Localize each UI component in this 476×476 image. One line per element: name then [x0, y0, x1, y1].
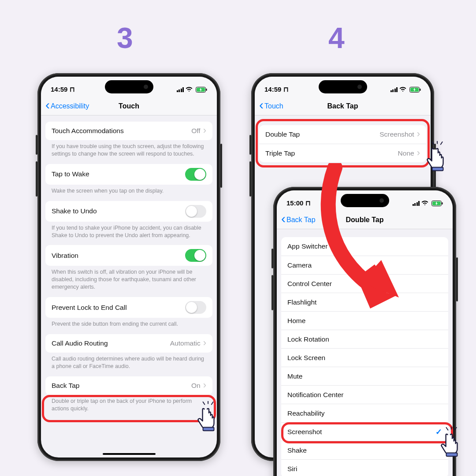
row-label: Vibration [52, 252, 78, 260]
status-time: 14:59 [51, 86, 67, 93]
row-label: Tap to Wake [52, 170, 89, 178]
option-label: Screenshot [287, 428, 322, 436]
row-value: None [398, 149, 420, 157]
svg-rect-2 [206, 89, 207, 91]
row-label: Triple Tap [265, 149, 295, 157]
wifi-icon [186, 86, 193, 93]
option-label: Lock Rotation [287, 335, 329, 343]
option-mute[interactable]: Mute [281, 367, 448, 385]
tap-hand-icon [193, 401, 225, 433]
switch-prevent-lock[interactable] [185, 301, 206, 314]
dynamic-island [319, 80, 367, 93]
signal-icon [390, 87, 398, 92]
page-title: Touch [119, 102, 139, 110]
tap-hand-icon [422, 141, 454, 173]
tap-hand-icon [436, 427, 468, 458]
footer-text: When this switch is off, all vibration o… [45, 266, 212, 291]
footer-text: Call audio routing determines where audi… [45, 353, 212, 370]
wifi-icon [421, 200, 428, 207]
row-touch-accommodations[interactable]: Touch Accommodations Off [45, 122, 212, 140]
row-value: Automatic [170, 339, 206, 347]
option-label: Notification Center [287, 391, 344, 399]
home-indicator[interactable] [103, 453, 156, 455]
status-time: 15:00 [286, 199, 303, 207]
row-shake-to-undo[interactable]: Shake to Undo [45, 201, 212, 222]
option-home[interactable]: Home [281, 311, 448, 330]
arrow-icon [309, 163, 410, 310]
footer-text: Wake the screen when you tap on the disp… [45, 185, 212, 195]
row-label: Call Audio Routing [52, 339, 108, 347]
option-reachability[interactable]: Reachability [281, 404, 448, 422]
option-screenshot[interactable]: Screenshot✓ [281, 422, 448, 441]
battery-icon [409, 87, 421, 93]
switch-shake-to-undo[interactable] [185, 205, 206, 218]
option-label: Mute [287, 372, 302, 380]
nav-bar: Touch Back Tap [255, 97, 431, 115]
step-number-3: 3 [117, 21, 133, 55]
row-double-tap[interactable]: Double Tap Screenshot [259, 125, 426, 144]
back-button[interactable]: Touch [259, 102, 283, 110]
option-label: Lock Screen [287, 354, 325, 362]
option-label: Siri [287, 465, 297, 473]
footer-text: Prevent the side button from ending the … [45, 318, 212, 328]
nav-bar: Accessibility Touch [41, 97, 217, 115]
wifi-icon [399, 86, 406, 93]
option-notification-center[interactable]: Notification Center [281, 385, 448, 404]
switch-tap-to-wake[interactable] [185, 168, 206, 181]
headphones-icon: ⊓ [283, 86, 289, 93]
row-label: Shake to Undo [52, 207, 97, 215]
row-label: Double Tap [265, 130, 300, 138]
switch-vibration[interactable] [185, 249, 206, 262]
footer-text: If you have trouble using the touch scre… [45, 140, 212, 158]
battery-icon [431, 201, 443, 206]
row-value: On [191, 382, 206, 390]
footer-text: If you tend to shake your iPhone by acci… [45, 222, 212, 239]
status-time: 14:59 [264, 86, 281, 93]
page-title: Back Tap [327, 102, 358, 110]
row-triple-tap[interactable]: Triple Tap None [259, 144, 426, 162]
battery-icon [196, 87, 207, 93]
row-prevent-lock[interactable]: Prevent Lock to End Call [45, 297, 212, 318]
row-label: Back Tap [52, 382, 79, 390]
svg-rect-5 [420, 89, 421, 91]
dynamic-island [105, 80, 153, 93]
option-label: Reachability [287, 409, 324, 417]
back-button[interactable]: Accessibility [45, 102, 89, 110]
headphones-icon: ⊓ [70, 86, 75, 93]
row-value: Screenshot [379, 130, 420, 138]
option-lock-rotation[interactable]: Lock Rotation [281, 330, 448, 348]
step-number-4: 4 [328, 21, 345, 55]
signal-icon [177, 87, 184, 92]
option-lock-screen[interactable]: Lock Screen [281, 348, 448, 367]
option-label: Home [287, 317, 305, 325]
option-label: Shake [287, 446, 307, 454]
option-shake[interactable]: Shake [281, 441, 448, 459]
row-tap-to-wake[interactable]: Tap to Wake [45, 164, 212, 185]
row-label: Touch Accommodations [52, 127, 124, 135]
row-label: Prevent Lock to End Call [52, 304, 127, 312]
option-siri[interactable]: Siri [281, 459, 448, 476]
signal-icon [413, 201, 420, 206]
row-call-audio-routing[interactable]: Call Audio Routing Automatic [45, 334, 212, 353]
row-back-tap[interactable]: Back Tap On [45, 376, 212, 395]
option-label: Camera [287, 261, 312, 269]
svg-rect-8 [442, 202, 443, 205]
row-value: Off [191, 127, 206, 135]
footer-text: Double or triple tap on the back of your… [45, 395, 212, 413]
row-vibration[interactable]: Vibration [45, 245, 212, 266]
